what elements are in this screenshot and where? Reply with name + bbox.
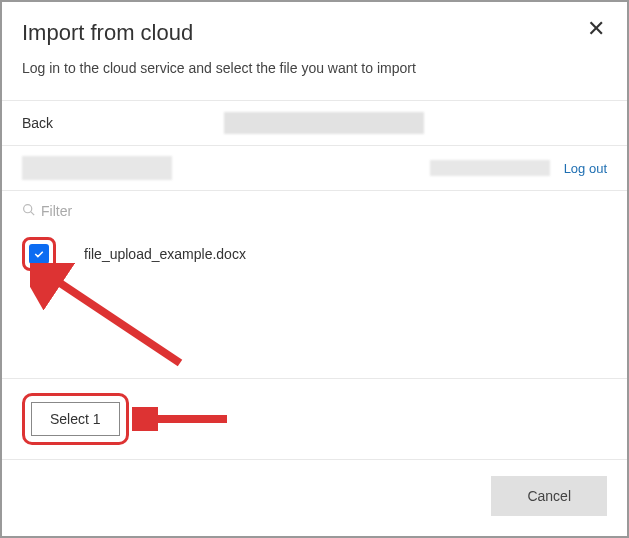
select-row: Select 1 [2,378,627,460]
file-list: file_upload_example.docx [2,227,627,378]
svg-point-0 [24,205,32,213]
back-link[interactable]: Back [22,115,53,131]
account-info-placeholder [22,156,172,180]
search-icon [22,203,35,219]
close-button[interactable]: ✕ [581,16,611,42]
nav-row: Back [2,100,627,146]
annotation-highlight-select: Select 1 [22,393,129,445]
annotation-arrow-to-checkbox [30,263,190,373]
select-button[interactable]: Select 1 [31,402,120,436]
annotation-arrow-to-select [132,407,232,431]
svg-line-3 [48,275,180,363]
modal-subtitle: Log in to the cloud service and select t… [22,60,607,76]
modal-header: Import from cloud ✕ Log in to the cloud … [2,2,627,84]
filter-input[interactable] [41,203,241,219]
file-name: file_upload_example.docx [84,246,246,262]
account-row: Log out [2,146,627,191]
annotation-highlight-checkbox [22,237,56,271]
account-email-placeholder [430,160,550,176]
svg-line-1 [31,212,34,215]
file-checkbox[interactable] [29,244,49,264]
account-right: Log out [430,160,607,176]
logout-link[interactable]: Log out [564,161,607,176]
filter-row [2,191,627,227]
import-cloud-modal: Import from cloud ✕ Log in to the cloud … [2,2,627,536]
breadcrumb-placeholder [224,112,424,134]
modal-title: Import from cloud [22,20,607,46]
modal-footer: Cancel [2,460,627,536]
file-item[interactable]: file_upload_example.docx [22,231,607,277]
cancel-button[interactable]: Cancel [491,476,607,516]
